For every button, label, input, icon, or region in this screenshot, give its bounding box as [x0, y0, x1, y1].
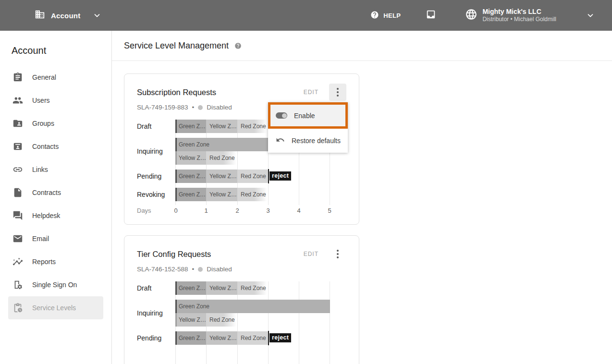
segment-red-zone: Red Zone	[237, 281, 268, 295]
account-info: Mighty Mick's LLC Distributor • Michael …	[482, 8, 556, 24]
sidebar-item-service-levels[interactable]: Service Levels	[8, 296, 103, 319]
sidebar-item-contacts[interactable]: Contacts	[0, 135, 111, 158]
chevron-down-icon	[586, 11, 595, 20]
sla-id: SLA-749-159-883	[137, 104, 188, 111]
clipboard-icon	[12, 72, 23, 83]
segment-red-zone: Red Zone	[237, 331, 268, 345]
clipboard-clock-icon	[12, 303, 23, 313]
help-icon	[370, 11, 379, 21]
sidebar-heading: Account	[12, 45, 111, 56]
day-zero-marker	[175, 281, 177, 295]
sla-gantt-chart: Draft Green Zone Yellow Zone Red Zone In…	[137, 281, 346, 345]
sidebar-item-users[interactable]: Users	[0, 89, 111, 112]
account-menu[interactable]: Mighty Mick's LLC Distributor • Michael …	[465, 8, 595, 24]
reject-badge: reject	[269, 171, 291, 181]
segment-yellow-zone: Yellow Zone	[175, 313, 206, 327]
sidebar-item-email[interactable]: Email	[0, 227, 111, 250]
segment-red-zone: Red Zone	[206, 151, 237, 165]
gantt-row-revoking: Revoking Green Zone Yellow Zone Red Zone	[137, 188, 346, 201]
separator-dot: •	[192, 266, 195, 273]
segment-yellow-zone: Yellow Zone	[206, 120, 237, 133]
link-icon	[12, 164, 23, 175]
sidebar-item-label: Groups	[32, 120, 54, 127]
sla-id: SLA-746-152-588	[137, 266, 188, 273]
sidebar-item-label: Email	[32, 235, 49, 243]
page-help-icon[interactable]	[234, 42, 242, 49]
sla-card-tier-config-requests: Tier Config Requests EDIT SLA-746-152-58…	[124, 235, 359, 364]
row-label: Revoking	[137, 188, 175, 201]
door-gear-icon	[12, 279, 23, 290]
segment-green-zone: Green Zone	[175, 170, 206, 183]
day-zero-marker	[175, 188, 177, 201]
axis-tick: 3	[266, 207, 269, 214]
sidebar-item-links[interactable]: Links	[0, 158, 111, 181]
contact-card-icon	[12, 141, 23, 152]
day-zero-marker	[175, 331, 177, 345]
envelope-icon	[12, 233, 23, 244]
segment-yellow-zone: Yellow Zone	[206, 281, 237, 295]
segment-red-zone: Red Zone	[237, 170, 268, 183]
menu-item-label: Enable	[294, 112, 315, 120]
sidebar-item-label: Reports	[32, 258, 56, 266]
segment-green-zone: Green Zone	[175, 120, 206, 133]
chat-icon	[12, 210, 23, 221]
axis-tick: 2	[235, 207, 239, 214]
document-icon	[12, 187, 23, 198]
menu-item-restore-defaults[interactable]: Restore defaults	[268, 129, 348, 153]
building-icon	[35, 9, 45, 22]
help-button[interactable]: HELP	[370, 11, 401, 21]
segment-green-zone: Green Zone	[175, 331, 206, 345]
sidebar-item-general[interactable]: General	[0, 66, 111, 89]
status-dot-icon	[198, 267, 203, 272]
kebab-menu-button[interactable]	[329, 84, 346, 101]
day-zero-marker	[175, 313, 177, 327]
edit-button[interactable]: EDIT	[304, 251, 318, 257]
menu-item-enable[interactable]: Enable	[268, 102, 348, 129]
sidebar-item-single-sign-on[interactable]: Single Sign On	[0, 273, 111, 296]
kebab-menu-button[interactable]	[329, 245, 346, 263]
segment-red-zone: Red Zone	[237, 188, 268, 201]
segment-yellow-zone: Yellow Zone	[175, 151, 206, 165]
status-badge: Disabled	[207, 104, 232, 111]
gantt-row-pending: Pending Green Zone Yellow Zone Red Zone …	[137, 331, 346, 345]
segment-red-zone: Red Zone	[237, 120, 268, 133]
main-content: Service Level Management Subscription Re…	[112, 31, 612, 364]
gantt-row-inquiring: Inquiring Green Zone Yellow Zone Red Zon…	[137, 300, 346, 327]
sidebar-item-helpdesk[interactable]: Helpdesk	[0, 204, 111, 227]
segment-green-zone: Green Zone	[175, 188, 206, 201]
menu-item-label: Restore defaults	[292, 137, 341, 145]
day-zero-marker	[175, 170, 177, 183]
segment-green-zone: Green Zone	[175, 300, 330, 313]
topbar-right: HELP Mighty Mick's LLC Distributor • Mic…	[370, 8, 595, 24]
app-switcher[interactable]: Account	[35, 9, 101, 22]
sidebar-item-contracts[interactable]: Contracts	[0, 181, 111, 204]
card-title: Tier Config Requests	[137, 250, 211, 259]
axis-tick: 4	[297, 207, 300, 214]
day-zero-marker	[175, 120, 177, 133]
axis-tick: 5	[328, 207, 331, 214]
axis-tick: 0	[174, 207, 177, 214]
sidebar-item-label: Single Sign On	[32, 281, 77, 289]
sidebar-item-label: Helpdesk	[32, 212, 60, 219]
people-icon	[12, 95, 23, 106]
sidebar-item-label: Links	[32, 166, 48, 173]
inbox-button[interactable]	[426, 9, 436, 22]
segment-green-zone: Green Zone	[175, 281, 206, 295]
row-label: Inquiring	[137, 300, 175, 327]
separator-dot: •	[192, 104, 195, 111]
sidebar-item-groups[interactable]: Groups	[0, 112, 111, 135]
day-zero-marker	[175, 138, 177, 151]
sidebar-item-reports[interactable]: Reports	[0, 250, 111, 273]
segment-yellow-zone: Yellow Zone	[206, 170, 237, 183]
row-label: Pending	[137, 170, 175, 183]
org-subtitle: Distributor • Michael Goldmill	[482, 16, 556, 23]
card-actions-menu: Enable Restore defaults	[268, 102, 348, 153]
sidebar-item-label: Contacts	[32, 143, 59, 150]
edit-button[interactable]: EDIT	[304, 89, 318, 96]
insights-icon	[12, 256, 23, 267]
segment-red-zone: Red Zone	[206, 313, 237, 327]
inbox-icon	[426, 9, 436, 22]
reject-badge: reject	[269, 333, 291, 342]
folder-person-icon	[12, 118, 23, 129]
app-switcher-label: Account	[51, 12, 80, 20]
